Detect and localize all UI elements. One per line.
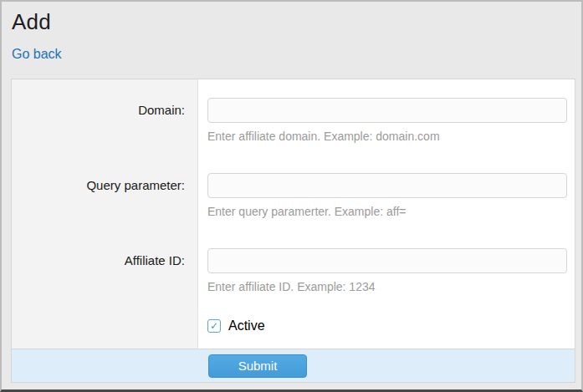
active-checkbox[interactable]: ✓ bbox=[207, 319, 221, 333]
active-label-cell bbox=[12, 305, 198, 349]
affiliate-id-help-text: Enter affiliate ID. Example: 1234 bbox=[207, 279, 567, 294]
page: Add Go back Domain: Enter affiliate doma… bbox=[0, 0, 583, 392]
add-form: Domain: Enter affiliate domain. Example:… bbox=[11, 79, 575, 383]
affiliate-id-label: Affiliate ID: bbox=[12, 230, 198, 305]
query-parameter-input[interactable] bbox=[207, 173, 567, 198]
page-title: Add bbox=[12, 10, 574, 35]
domain-label: Domain: bbox=[12, 79, 198, 155]
go-back-link[interactable]: Go back bbox=[12, 48, 62, 61]
active-checkbox-wrap[interactable]: ✓ Active bbox=[207, 318, 567, 333]
form-row-query-parameter: Query parameter: Enter query paramerter.… bbox=[12, 155, 575, 230]
form-row-affiliate-id: Affiliate ID: Enter affiliate ID. Exampl… bbox=[12, 230, 575, 305]
form-footer: Submit bbox=[12, 349, 575, 382]
affiliate-id-input[interactable] bbox=[207, 248, 567, 273]
submit-button[interactable]: Submit bbox=[208, 354, 307, 378]
query-parameter-help-text: Enter query paramerter. Example: aff= bbox=[207, 204, 567, 219]
form-row-domain: Domain: Enter affiliate domain. Example:… bbox=[12, 79, 575, 155]
active-checkbox-label[interactable]: Active bbox=[228, 318, 265, 333]
domain-help-text: Enter affiliate domain. Example: domain.… bbox=[207, 129, 567, 144]
query-parameter-label: Query parameter: bbox=[12, 155, 198, 230]
domain-input[interactable] bbox=[207, 98, 567, 123]
checkmark-icon: ✓ bbox=[210, 321, 218, 331]
form-row-active: ✓ Active bbox=[12, 305, 575, 349]
